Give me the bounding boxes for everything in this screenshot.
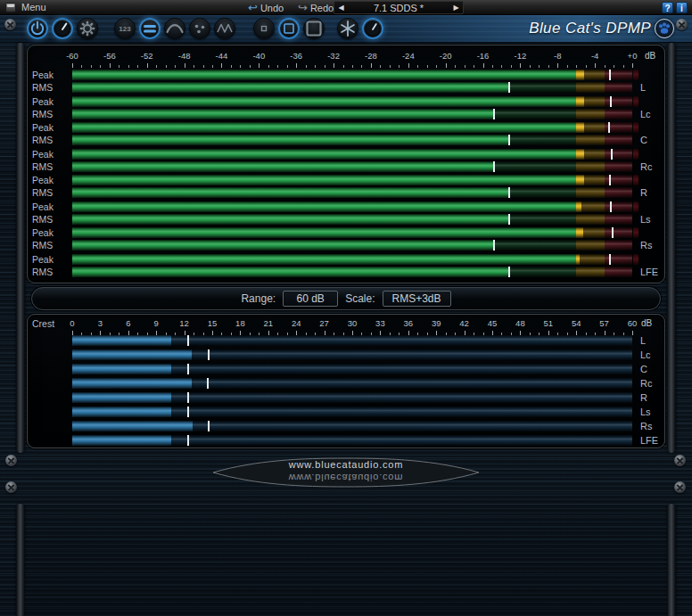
tick-mark — [277, 65, 278, 68]
tick-mark — [417, 65, 418, 68]
scale-tick-label: -12 — [515, 51, 527, 61]
preset-value[interactable]: 7.1 SDDS * — [348, 2, 449, 13]
dots-button[interactable] — [189, 18, 210, 39]
crest-meter-row: LFE — [28, 435, 664, 446]
freeze-button[interactable] — [337, 18, 358, 39]
meter-gloss — [72, 175, 632, 185]
power-icon — [27, 18, 48, 39]
scale-tick-label: 36 — [404, 318, 414, 328]
preset-next-button[interactable]: ▶ — [449, 2, 463, 13]
website-badge[interactable]: www.bluecataudio.com www.bluecataudio.co… — [212, 457, 480, 488]
meter-channel-block: PeakRMSLc — [28, 96, 664, 119]
values-button[interactable]: 123 — [114, 18, 136, 39]
peak-hold-line — [609, 70, 611, 80]
crest-title-label: Crest — [32, 318, 70, 329]
peak-hold-line — [610, 96, 612, 107]
knob-button[interactable] — [52, 18, 73, 39]
crest-unit-label: dB — [641, 318, 652, 328]
large-view-button[interactable] — [303, 18, 325, 39]
menu-button[interactable]: Menu — [21, 2, 46, 12]
channel-label: Rc — [640, 378, 652, 389]
peak-hold-line — [187, 435, 189, 446]
crest-meter-row: Rs — [28, 421, 664, 431]
tick-mark — [175, 65, 176, 68]
meters-button[interactable] — [139, 18, 161, 39]
rms-row-label: RMS — [32, 82, 70, 93]
tick-mark — [240, 65, 241, 68]
scale-tick-label: -60 — [66, 51, 78, 61]
meter-channel-block: PeakRMSC — [28, 122, 664, 145]
crest-meter-row: Rc — [28, 378, 664, 389]
numbers-123-icon: 123 — [119, 25, 130, 33]
channel-label: L — [640, 335, 646, 346]
rms-meter-track — [72, 161, 632, 172]
rms-row-label: RMS — [32, 267, 70, 277]
info-button[interactable]: i — [676, 2, 688, 13]
tick-mark — [306, 65, 307, 68]
waveform-button[interactable] — [214, 18, 235, 39]
settings-button[interactable] — [77, 18, 98, 39]
tick-mark — [81, 65, 82, 68]
preset-prev-button[interactable]: ◀ — [334, 2, 348, 13]
meter-gloss — [72, 135, 632, 145]
dial-button[interactable] — [362, 18, 383, 39]
undo-button[interactable]: ↩ Undo — [248, 1, 284, 14]
toolbar: 123 Blue Cat's DPMP — [0, 15, 692, 43]
tick-mark — [399, 65, 400, 68]
meter-gloss — [72, 201, 632, 212]
tick-mark — [511, 65, 512, 68]
scale-tick-label: -44 — [216, 51, 228, 61]
screw-icon — [676, 19, 688, 30]
range-label: Range: — [241, 292, 276, 305]
blue-cat-paw-logo-icon[interactable] — [655, 19, 674, 38]
dial-icon — [362, 18, 383, 39]
rms-row-label: RMS — [32, 187, 70, 198]
rms-row-label: RMS — [32, 214, 70, 225]
peak-meter-track — [72, 122, 632, 133]
scale-label: Scale: — [345, 292, 375, 305]
peak-meter-row: Peak — [28, 254, 664, 265]
peak-meter-track — [72, 254, 632, 265]
meter-gloss — [72, 227, 632, 238]
curve-icon — [164, 18, 185, 39]
range-select[interactable]: 60 dB — [283, 291, 338, 307]
rms-meter-track — [72, 109, 632, 119]
normal-view-button[interactable] — [278, 18, 300, 39]
crest-meter-row: Ls — [28, 407, 664, 417]
redo-button[interactable]: ↪ Redo — [298, 1, 334, 14]
crest-meter-track — [72, 378, 632, 389]
peak-meter-row: Peak — [28, 227, 664, 238]
scale-select[interactable]: RMS+3dB — [383, 291, 451, 307]
tick-mark — [203, 65, 204, 68]
peak-meter-track — [72, 227, 632, 238]
left-bottom-rail — [16, 504, 25, 616]
tick-mark — [567, 65, 568, 68]
peak-hold-line — [612, 227, 614, 238]
clip-indicator — [633, 254, 638, 265]
scale-tick-label: 42 — [459, 318, 469, 328]
power-button[interactable] — [27, 18, 48, 39]
tick-mark — [185, 63, 185, 68]
medium-square-icon — [278, 18, 300, 39]
meter-gloss — [72, 149, 632, 160]
scale-tick-label: 18 — [235, 318, 245, 328]
tick-mark — [474, 65, 474, 68]
meter-settings-bar: Range: 60 dB Scale: RMS+3dB — [31, 287, 661, 310]
small-view-button[interactable] — [253, 18, 275, 39]
scale-tick-label: 27 — [319, 318, 329, 328]
tick-mark — [110, 63, 111, 68]
peak-meter-track — [72, 96, 632, 107]
rms-meter-track — [72, 135, 632, 145]
tick-mark — [586, 65, 587, 68]
peak-row-label: Peak — [32, 122, 70, 133]
peak-hold-line — [609, 175, 611, 185]
website-url: www.bluecataudio.com — [212, 459, 480, 470]
meter-gloss — [72, 421, 632, 431]
tick-mark — [465, 65, 465, 68]
tick-mark — [250, 65, 251, 68]
tick-mark — [212, 65, 213, 68]
crest-meter-panel: Crest 0369121518212427303336394245485154… — [27, 314, 665, 448]
tick-mark — [361, 65, 362, 68]
curve-button[interactable] — [164, 18, 185, 39]
help-button[interactable]: ? — [662, 2, 673, 13]
